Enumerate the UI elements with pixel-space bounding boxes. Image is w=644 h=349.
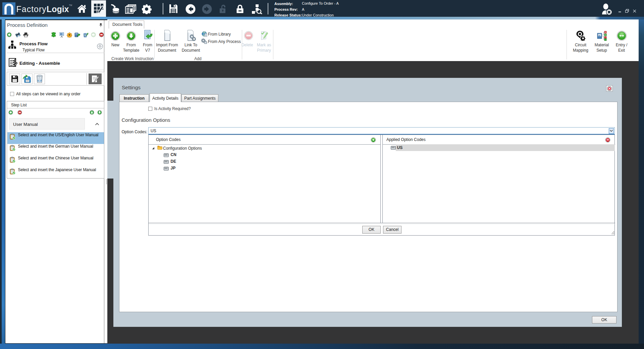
- svg-text:W: W: [598, 35, 600, 37]
- svg-text:A: A: [605, 32, 606, 33]
- svg-text:A: A: [605, 34, 606, 36]
